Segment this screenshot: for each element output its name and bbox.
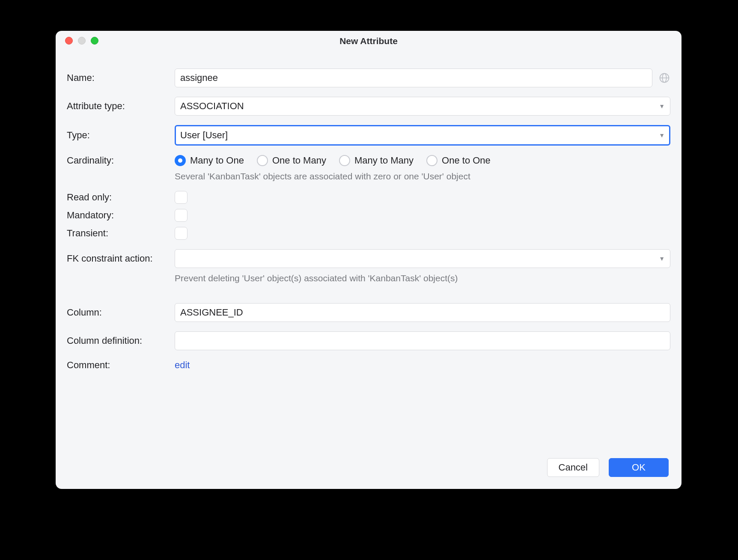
name-value: assignee	[180, 72, 218, 83]
cardinality-label: Cardinality:	[67, 155, 175, 166]
chevron-down-icon: ▼	[659, 255, 665, 262]
column-value: ASSIGNEE_ID	[180, 307, 243, 318]
titlebar: New Attribute	[56, 31, 681, 51]
read-only-label: Read only:	[67, 192, 175, 203]
radio-icon	[175, 155, 186, 166]
name-label: Name:	[67, 72, 175, 83]
fk-constraint-label: FK constraint action:	[67, 253, 175, 264]
ok-button[interactable]: OK	[609, 458, 669, 477]
chevron-down-icon: ▼	[659, 132, 665, 139]
radio-label: One to One	[442, 155, 491, 166]
cardinality-hint: Several 'KanbanTask' objects are associa…	[175, 171, 670, 182]
fk-constraint-select[interactable]: ▼	[175, 249, 670, 268]
dialog-title: New Attribute	[339, 36, 398, 46]
radio-icon	[426, 155, 437, 166]
radio-label: Many to Many	[354, 155, 414, 166]
radio-icon	[339, 155, 350, 166]
window-controls	[65, 37, 98, 45]
dialog-footer: Cancel OK	[547, 458, 669, 477]
transient-label: Transient:	[67, 228, 175, 239]
column-label: Column:	[67, 307, 175, 318]
transient-checkbox[interactable]	[175, 227, 187, 240]
cancel-button[interactable]: Cancel	[547, 458, 599, 477]
attribute-type-label: Attribute type:	[67, 101, 175, 112]
comment-label: Comment:	[67, 360, 175, 371]
column-def-input[interactable]	[175, 331, 670, 350]
close-icon[interactable]	[65, 37, 73, 45]
radio-many-to-many[interactable]: Many to Many	[339, 155, 414, 166]
cardinality-radio-group: Many to One One to Many Many to Many One…	[175, 155, 491, 166]
radio-one-to-many[interactable]: One to Many	[257, 155, 326, 166]
minimize-icon	[78, 37, 86, 45]
zoom-icon[interactable]	[91, 37, 98, 45]
attribute-type-select[interactable]: ASSOCIATION ▼	[175, 97, 670, 116]
column-def-label: Column definition:	[67, 335, 175, 346]
globe-icon[interactable]	[658, 72, 670, 84]
type-select[interactable]: User [User] ▼	[175, 125, 670, 146]
read-only-checkbox[interactable]	[175, 191, 187, 204]
type-label: Type:	[67, 130, 175, 141]
comment-edit-link[interactable]: edit	[175, 360, 190, 371]
mandatory-label: Mandatory:	[67, 210, 175, 221]
radio-label: Many to One	[190, 155, 244, 166]
name-input[interactable]: assignee	[175, 69, 652, 87]
radio-label: One to Many	[272, 155, 326, 166]
attribute-type-value: ASSOCIATION	[180, 101, 244, 112]
radio-many-to-one[interactable]: Many to One	[175, 155, 244, 166]
radio-one-to-one[interactable]: One to One	[426, 155, 491, 166]
new-attribute-dialog: New Attribute Name: assignee	[56, 31, 681, 489]
radio-icon	[257, 155, 268, 166]
mandatory-checkbox[interactable]	[175, 209, 187, 222]
type-value: User [User]	[180, 130, 228, 141]
fk-hint: Prevent deleting 'User' object(s) associ…	[175, 273, 670, 283]
column-input[interactable]: ASSIGNEE_ID	[175, 303, 670, 322]
chevron-down-icon: ▼	[659, 103, 665, 110]
